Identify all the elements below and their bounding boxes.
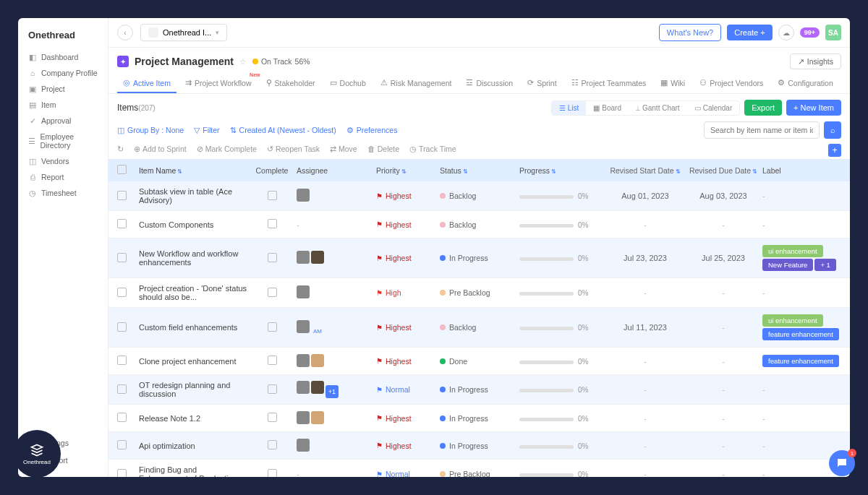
priority-value[interactable]: ⚑Highest: [376, 414, 440, 423]
status-value[interactable]: Done: [440, 357, 519, 366]
row-checkbox[interactable]: [117, 219, 127, 228]
tab-discussion[interactable]: ☲Discussion: [460, 74, 519, 93]
tab-dochub[interactable]: ▭Dochub: [324, 74, 372, 93]
complete-checkbox[interactable]: [268, 191, 277, 200]
view-list[interactable]: ☰List: [552, 101, 587, 115]
delete-button[interactable]: 🗑 Delete: [367, 145, 399, 153]
sidebar-item-report[interactable]: ⎙Report: [24, 169, 102, 185]
assignee-avatar[interactable]: [297, 354, 310, 367]
insights-button[interactable]: ↗ Insights: [790, 53, 841, 69]
notification-badge[interactable]: 99+: [800, 27, 820, 38]
col-label[interactable]: Label: [762, 166, 841, 175]
label-tag[interactable]: New Feature: [762, 259, 813, 271]
row-checkbox[interactable]: [117, 413, 127, 422]
mark-complete-button[interactable]: ⊘ Mark Complete: [197, 145, 257, 153]
col-revised-due[interactable]: Revised Due Date⇅: [684, 166, 762, 175]
table-row[interactable]: Api optimization ⚑Highest In Progress 0%…: [109, 432, 850, 460]
collapse-sidebar-button[interactable]: ‹: [117, 25, 133, 40]
notifications-icon[interactable]: ☁: [778, 25, 794, 40]
filter-button[interactable]: ▽ Filter: [194, 126, 219, 134]
table-row[interactable]: Release Note 1.2 ⚑Highest In Progress 0%…: [109, 405, 850, 432]
assignee-avatar[interactable]: [311, 251, 324, 264]
table-row[interactable]: Subtask view in table (Ace Advisory) ⚑Hi…: [109, 181, 850, 211]
row-checkbox[interactable]: [117, 322, 127, 332]
table-row[interactable]: Custom field enhancements AM ⚑Highest Ba…: [109, 308, 850, 348]
status-value[interactable]: Backlog: [440, 191, 519, 200]
assignee-avatar[interactable]: [311, 354, 324, 367]
priority-value[interactable]: ⚑Highest: [376, 442, 440, 450]
status-value[interactable]: Pre Backlog: [440, 288, 519, 297]
complete-checkbox[interactable]: [268, 356, 277, 365]
status-value[interactable]: Backlog: [440, 323, 519, 332]
sidebar-item-dashboard[interactable]: ◧Dashboard: [24, 49, 102, 65]
add-to-sprint-button[interactable]: ⊕ Add to Sprint: [134, 145, 187, 153]
complete-checkbox[interactable]: [268, 469, 277, 478]
table-row[interactable]: Finding Bug and Enhancement of Productio…: [109, 460, 850, 477]
sidebar-item-item[interactable]: ▤Item: [24, 97, 102, 113]
col-status[interactable]: Status⇅: [440, 166, 519, 175]
tab-project-teammates[interactable]: ☷Project Teammates: [566, 74, 652, 93]
view-board[interactable]: ▦Board: [586, 101, 629, 115]
status-value[interactable]: In Progress: [440, 442, 519, 450]
view-calendar[interactable]: ▭Calendar: [687, 101, 740, 115]
new-item-button[interactable]: + New Item: [786, 100, 841, 116]
assignee-avatar[interactable]: [297, 320, 310, 333]
col-assignee[interactable]: Assignee: [297, 166, 376, 175]
priority-value[interactable]: ⚑High: [376, 288, 440, 297]
complete-checkbox[interactable]: [268, 253, 277, 262]
reopen-task-button[interactable]: ↺ Reopen Task: [267, 145, 320, 153]
tab-stakeholder[interactable]: ⚲Stakeholder: [260, 74, 321, 93]
tab-wiki[interactable]: ▦Wiki: [655, 74, 691, 93]
search-button[interactable]: ⌕: [824, 121, 841, 139]
star-icon[interactable]: ☆: [239, 57, 247, 66]
tab-project-vendors[interactable]: ⚇Project Vendors: [694, 74, 769, 93]
label-tag[interactable]: feature enhancement: [762, 355, 839, 367]
complete-checkbox[interactable]: [268, 219, 277, 228]
user-avatar[interactable]: SA: [825, 25, 841, 40]
tab-risk-management[interactable]: ⚠Risk Management: [375, 74, 458, 93]
col-progress[interactable]: Progress⇅: [519, 166, 606, 175]
preferences-button[interactable]: ⚙ Preferences: [346, 126, 398, 134]
chat-button[interactable]: 1: [829, 450, 855, 476]
project-selector[interactable]: Onethread I... ▾: [140, 24, 227, 41]
priority-value[interactable]: ⚑Highest: [376, 254, 440, 262]
priority-value[interactable]: ⚑Highest: [376, 220, 440, 229]
export-button[interactable]: Export: [744, 100, 782, 116]
complete-checkbox[interactable]: [268, 384, 277, 394]
assignee-avatar[interactable]: [297, 189, 310, 202]
tab-sprint[interactable]: ⟳Sprint: [522, 74, 562, 93]
priority-value[interactable]: ⚑Highest: [376, 357, 440, 366]
tab-configuration[interactable]: ⚙Configuration: [772, 74, 838, 93]
sidebar-item-vendors[interactable]: ◫Vendors: [24, 153, 102, 169]
priority-value[interactable]: ⚑Highest: [376, 191, 440, 200]
label-tag[interactable]: feature enhancement: [762, 328, 839, 340]
assignee-avatar[interactable]: [311, 411, 324, 424]
table-row[interactable]: Custom Components - ⚑Highest Backlog 0% …: [109, 211, 850, 238]
label-tag[interactable]: ui enhancement: [762, 314, 823, 327]
assignee-avatar[interactable]: [297, 381, 310, 394]
select-all-checkbox[interactable]: [117, 165, 127, 174]
complete-checkbox[interactable]: [268, 288, 277, 297]
add-column-button[interactable]: +: [828, 144, 841, 157]
create-button[interactable]: Create +: [727, 25, 773, 40]
row-checkbox[interactable]: [117, 440, 127, 449]
col-priority[interactable]: Priority⇅: [376, 166, 440, 175]
status-value[interactable]: In Progress: [440, 414, 519, 423]
row-checkbox[interactable]: [117, 469, 127, 478]
assignee-avatar[interactable]: [297, 439, 310, 452]
row-checkbox[interactable]: [117, 253, 127, 262]
search-input[interactable]: [704, 121, 820, 139]
status-value[interactable]: Backlog: [440, 220, 519, 229]
view-gantt-chart[interactable]: ⟂Gantt Chart: [629, 101, 687, 115]
sort-filter[interactable]: ⇅ Created At (Newest - Oldest): [230, 126, 336, 134]
col-complete[interactable]: Complete: [247, 166, 297, 175]
sidebar-item-timesheet[interactable]: ◷Timesheet: [24, 185, 102, 201]
table-row[interactable]: New Workflow and workflow enhancements ⚑…: [109, 238, 850, 278]
move-button[interactable]: ⇄ Move: [330, 145, 357, 153]
row-checkbox[interactable]: [117, 356, 127, 365]
assignee-avatar[interactable]: [297, 251, 310, 264]
assignee-avatar[interactable]: [311, 381, 324, 394]
priority-value[interactable]: ⚑Highest: [376, 323, 440, 332]
table-row[interactable]: Clone project enhancement ⚑Highest Done …: [109, 348, 850, 375]
sidebar-item-company-profile[interactable]: ⌂Company Profile: [24, 65, 102, 81]
